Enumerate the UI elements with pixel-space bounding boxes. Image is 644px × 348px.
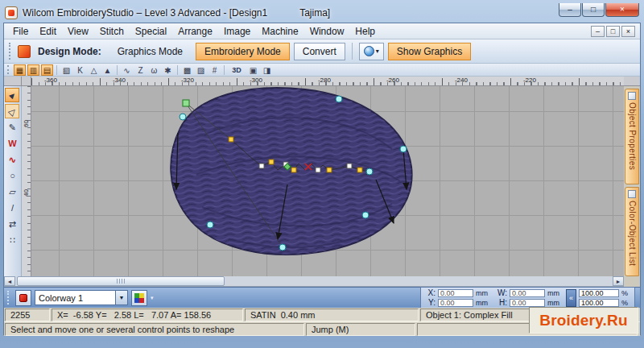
menu-edit[interactable]: Edit — [34, 24, 62, 39]
digitize-tool[interactable]: ✎ — [5, 120, 19, 135]
toolbar-drag-handle[interactable] — [7, 65, 10, 74]
satin-stitch-icon[interactable]: ▥ — [27, 64, 39, 76]
ruler-tick-label: -320 — [181, 77, 194, 84]
scroll-left-button[interactable]: ◄ — [4, 276, 15, 286]
view-3d-button[interactable]: 3D — [228, 64, 246, 76]
close-button[interactable]: × — [605, 3, 639, 17]
ruler-corner — [624, 77, 640, 86]
minimize-button[interactable]: – — [559, 3, 581, 17]
scrollbar-thumb[interactable] — [17, 276, 225, 286]
node-handle[interactable] — [400, 146, 407, 152]
menu-machine[interactable]: Machine — [256, 24, 303, 39]
contour-icon[interactable]: K — [74, 64, 86, 76]
control-point[interactable] — [347, 164, 352, 168]
toolbar-drag-handle[interactable] — [9, 43, 12, 59]
control-point[interactable] — [357, 168, 362, 172]
mirror-tool[interactable]: ⇄ — [5, 217, 19, 231]
expand-chevrons-button[interactable]: « — [566, 289, 576, 307]
graphics-mode-button[interactable]: Graphics Mode — [109, 43, 192, 60]
w-input[interactable] — [510, 289, 545, 297]
node-handle[interactable] — [180, 114, 186, 120]
maximize-button[interactable]: □ — [582, 3, 605, 17]
stop-color-button[interactable] — [15, 290, 31, 306]
lettering-tool[interactable]: W — [5, 136, 19, 151]
ruler-corner — [4, 77, 22, 86]
scroll-right-button[interactable]: ► — [613, 276, 624, 286]
mdi-minimize-button[interactable]: – — [591, 26, 605, 37]
ruler-corner — [22, 77, 31, 86]
horizontal-scrollbar[interactable]: ◄ ► — [4, 276, 624, 287]
control-point[interactable] — [259, 164, 264, 168]
menu-help[interactable]: Help — [349, 24, 381, 39]
scale-y-input[interactable] — [579, 299, 619, 307]
node-handle[interactable] — [279, 244, 286, 251]
y-input[interactable] — [438, 299, 473, 307]
hash-fill-icon[interactable]: # — [208, 64, 221, 76]
watermark: Broidery.Ru — [529, 307, 638, 334]
menu-stitch[interactable]: Stitch — [94, 24, 130, 39]
half-fill-icon[interactable]: ◨ — [261, 64, 273, 76]
menu-view[interactable]: View — [62, 24, 94, 39]
menu-window[interactable]: Window — [304, 24, 350, 39]
tatami-stitch-icon[interactable]: ▤ — [41, 64, 53, 76]
grid-icon[interactable]: ▨ — [195, 64, 207, 76]
menu-special[interactable]: Special — [130, 24, 172, 39]
title-bar[interactable]: Wilcom EmbroideryStudio – Level 3 Advanc… — [3, 3, 641, 23]
select-tool[interactable]: ► — [5, 88, 19, 102]
reshape-tool[interactable]: ▷ — [5, 104, 19, 118]
convert-button[interactable]: Convert — [294, 43, 345, 60]
control-point[interactable] — [327, 168, 332, 172]
ellipse-tool[interactable]: ○ — [5, 168, 19, 183]
node-handle[interactable] — [207, 222, 213, 228]
palette-dropdown-arrow[interactable]: ▾ — [151, 295, 154, 301]
stemstitch-icon[interactable]: ω — [148, 64, 160, 76]
hoop-button[interactable]: ▾ — [359, 43, 384, 60]
complex-fill-tool[interactable]: ▱ — [5, 184, 19, 199]
dropdown-arrow-icon[interactable]: ▼ — [115, 291, 127, 304]
x-input[interactable] — [438, 289, 473, 297]
penetration-tool[interactable]: ∷ — [5, 233, 19, 247]
horizontal-ruler[interactable]: -360 -340 -320 -300 -280 -260 -240 -220 — [31, 77, 624, 86]
motif-icon[interactable]: △ — [88, 64, 100, 76]
menu-image[interactable]: Image — [218, 24, 256, 39]
vertical-ruler[interactable]: 60 40 — [22, 86, 31, 276]
control-point[interactable] — [316, 168, 320, 172]
mdi-close-button[interactable]: × — [621, 26, 635, 37]
scale-x-input[interactable] — [579, 289, 619, 297]
run-stitch-tool[interactable]: ∿ — [5, 152, 19, 167]
h-input[interactable] — [510, 299, 545, 307]
star-fill-icon[interactable]: ✱ — [162, 64, 174, 76]
show-graphics-button[interactable]: Show Graphics — [388, 43, 471, 60]
node-handle[interactable] — [366, 168, 373, 175]
fill-stitch-icon[interactable]: ▦ — [14, 64, 26, 76]
toolbar-drag-handle[interactable] — [7, 291, 10, 305]
design-canvas[interactable] — [31, 86, 624, 276]
colorway-select[interactable]: Colorway 1 ▼ — [35, 290, 128, 305]
mesh-icon[interactable]: ▩ — [181, 64, 193, 76]
start-node-handle[interactable] — [183, 100, 189, 106]
node-handle[interactable] — [336, 96, 342, 102]
control-point[interactable] — [291, 168, 296, 172]
menu-arrange[interactable]: Arrange — [172, 24, 218, 39]
pattern-fill-icon[interactable]: ▧ — [60, 64, 72, 76]
zigzag-stitch-icon[interactable]: Z — [134, 64, 147, 76]
tab-color-object-list[interactable]: Color-Object List — [625, 187, 639, 276]
toolbar-separator — [177, 65, 178, 75]
palette-button[interactable] — [131, 290, 147, 306]
y-label: Y: — [424, 298, 436, 307]
menu-file[interactable]: File — [7, 24, 34, 39]
block-fill-icon[interactable]: ▣ — [247, 64, 259, 76]
line-tool[interactable]: / — [5, 201, 19, 215]
tab-object-properties[interactable]: Object Properties — [625, 89, 639, 184]
embroidery-mode-button[interactable]: Embroidery Mode — [196, 43, 290, 60]
control-point[interactable] — [269, 160, 274, 164]
scrollbar-track[interactable] — [15, 276, 613, 286]
h-label: H: — [494, 298, 507, 307]
toolbar-separator — [224, 65, 225, 75]
node-handle[interactable] — [362, 212, 369, 218]
mdi-restore-button[interactable]: □ — [606, 26, 620, 37]
x-label: X: — [424, 288, 436, 297]
wave-stitch-icon[interactable]: ∿ — [121, 64, 133, 76]
applique-icon[interactable]: ▲ — [101, 64, 114, 76]
control-point[interactable] — [229, 137, 233, 142]
